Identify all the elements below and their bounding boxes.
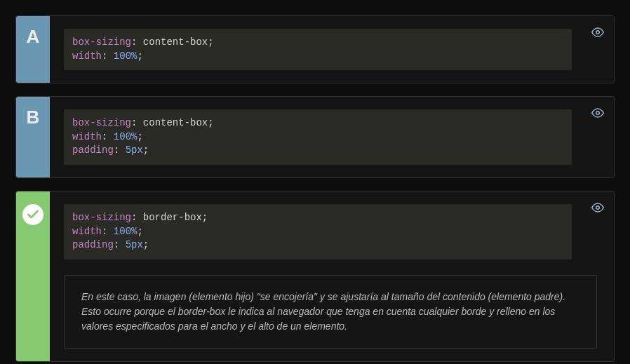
eye-icon[interactable] <box>591 26 604 39</box>
punct-semicolon: ; <box>202 212 208 223</box>
punct-semicolon: ; <box>208 117 213 128</box>
svg-point-1 <box>596 112 600 115</box>
punct-semicolon: ; <box>137 50 142 62</box>
answer-badge-correct <box>16 191 50 361</box>
punct-colon: : <box>102 50 114 62</box>
code-block: box-sizing: border-box;width: 100%;paddi… <box>64 204 572 259</box>
punct-semicolon: ; <box>208 36 213 48</box>
punct-semicolon: ; <box>143 239 149 250</box>
code-prop: box-sizing <box>72 212 131 223</box>
code-prop: width <box>72 131 102 142</box>
punct-semicolon: ; <box>143 144 149 156</box>
code-value: border-box <box>143 212 202 223</box>
code-value: 100% <box>114 226 138 237</box>
code-value: 5px <box>126 144 143 156</box>
svg-point-2 <box>596 206 600 210</box>
answer-card: Bbox-sizing: content-box;width: 100%;pad… <box>15 96 615 178</box>
answer-card: Abox-sizing: content-box;width: 100%; <box>15 15 615 83</box>
code-prop: width <box>72 226 102 237</box>
eye-icon[interactable] <box>591 201 604 214</box>
code-line: width: 100%; <box>72 50 563 64</box>
answer-label: B <box>27 107 40 128</box>
code-block: box-sizing: content-box;width: 100%; <box>64 29 572 70</box>
code-line: padding: 5px; <box>72 144 563 158</box>
code-line: width: 100%; <box>72 130 563 144</box>
answer-badge: B <box>16 97 50 177</box>
code-value: 5px <box>126 239 143 250</box>
punct-colon: : <box>102 226 114 237</box>
code-prop: padding <box>72 239 114 250</box>
punct-colon: : <box>131 212 143 223</box>
explanation-box: En este caso, la imagen (elemento hijo) … <box>64 275 597 349</box>
answer-body: box-sizing: content-box;width: 100%;padd… <box>50 97 614 177</box>
punct-semicolon: ; <box>137 226 142 237</box>
code-line: box-sizing: content-box; <box>72 36 563 50</box>
code-value: 100% <box>114 131 138 142</box>
code-line: box-sizing: border-box; <box>72 211 563 225</box>
punct-semicolon: ; <box>137 131 142 142</box>
punct-colon: : <box>131 36 143 48</box>
answer-label: A <box>27 26 40 48</box>
code-prop: box-sizing <box>72 117 131 128</box>
punct-colon: : <box>114 239 126 250</box>
check-icon <box>22 204 43 225</box>
eye-icon[interactable] <box>591 107 604 119</box>
answer-badge: A <box>16 16 50 83</box>
code-prop: padding <box>72 144 114 156</box>
punct-colon: : <box>131 117 143 128</box>
answer-card: box-sizing: border-box;width: 100%;paddi… <box>15 191 615 362</box>
code-value: content-box <box>143 117 208 128</box>
svg-point-0 <box>596 31 600 34</box>
answer-body: box-sizing: content-box;width: 100%; <box>50 16 614 83</box>
code-line: width: 100%; <box>72 225 563 239</box>
code-prop: width <box>72 50 102 62</box>
code-line: box-sizing: content-box; <box>72 116 563 130</box>
code-block: box-sizing: content-box;width: 100%;padd… <box>64 109 572 165</box>
punct-colon: : <box>102 131 114 142</box>
code-value: content-box <box>143 36 208 48</box>
code-prop: box-sizing <box>72 36 131 48</box>
code-line: padding: 5px; <box>72 238 563 252</box>
punct-colon: : <box>114 144 126 156</box>
answer-body: box-sizing: border-box;width: 100%;paddi… <box>50 191 614 361</box>
code-value: 100% <box>114 50 138 62</box>
